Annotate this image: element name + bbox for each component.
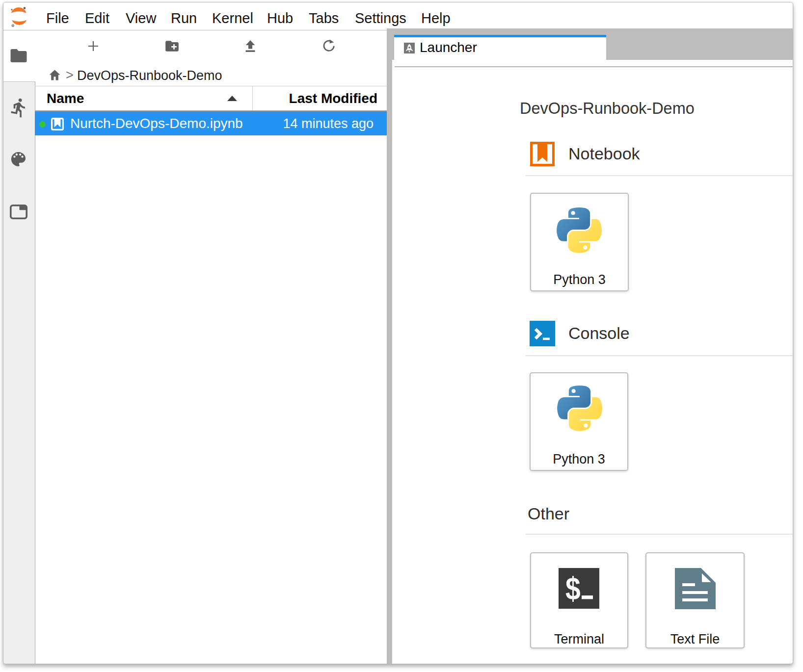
svg-text:$: $: [565, 570, 581, 606]
